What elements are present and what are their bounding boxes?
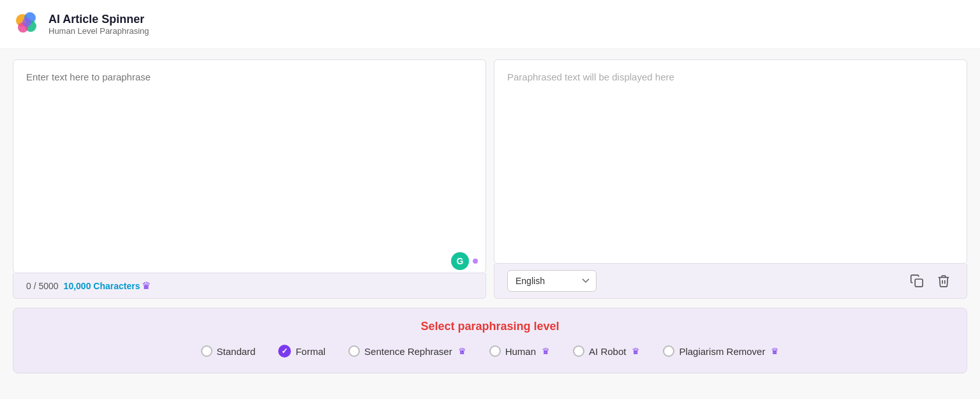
grammarly-bar: G xyxy=(13,250,486,273)
paraphrase-section: Select paraphrasing level Standard Forma… xyxy=(13,308,967,373)
paraphrase-title: Select paraphrasing level xyxy=(33,320,947,333)
crown-sentence-rephraser: ♛ xyxy=(458,346,466,356)
output-panel-wrapper: Paraphrased text will be displayed here … xyxy=(494,59,967,299)
input-panel: G xyxy=(13,59,486,273)
output-panel: Paraphrased text will be displayed here xyxy=(494,59,967,264)
option-plagiarism-remover[interactable]: Plagiarism Remover ♛ xyxy=(663,345,779,357)
radio-ai-robot xyxy=(573,345,584,357)
app-header: AI Article Spinner Human Level Paraphras… xyxy=(0,0,980,49)
output-bottom-bar: English Spanish French German Italian Po… xyxy=(494,264,967,299)
app-subtitle: Human Level Paraphrasing xyxy=(48,26,149,36)
char-count-bar: 0 / 5000 10,000 Characters ♛ xyxy=(13,273,486,299)
upgrade-crown: ♛ xyxy=(142,280,151,292)
option-human[interactable]: Human ♛ xyxy=(489,345,550,357)
logo xyxy=(13,9,48,40)
input-panel-wrapper: G 0 / 5000 10,000 Characters ♛ xyxy=(13,59,486,299)
radio-plagiarism-remover xyxy=(663,345,674,357)
crown-human: ♛ xyxy=(542,346,550,356)
crown-plagiarism-remover: ♛ xyxy=(771,346,779,356)
option-ai-robot[interactable]: AI Robot ♛ xyxy=(573,345,640,357)
main-content: G 0 / 5000 10,000 Characters ♛ Paraphras… xyxy=(0,49,980,373)
label-sentence-rephraser: Sentence Rephraser xyxy=(364,346,452,357)
label-ai-robot: AI Robot xyxy=(589,346,626,357)
crown-ai-robot: ♛ xyxy=(632,346,640,356)
label-human: Human xyxy=(505,346,536,357)
output-text: Paraphrased text will be displayed here xyxy=(494,60,967,263)
editor-row: G 0 / 5000 10,000 Characters ♛ Paraphras… xyxy=(13,59,967,299)
action-icons xyxy=(907,271,954,291)
options-row: Standard Formal Sentence Rephraser ♛ Hum… xyxy=(33,345,947,358)
header-text: AI Article Spinner Human Level Paraphras… xyxy=(48,13,149,36)
copy-button[interactable] xyxy=(907,271,927,291)
input-textarea[interactable] xyxy=(13,60,486,250)
radio-human xyxy=(489,345,501,357)
grammarly-button[interactable]: G xyxy=(451,252,469,270)
label-formal: Formal xyxy=(295,346,325,357)
delete-button[interactable] xyxy=(933,271,954,291)
label-plagiarism-remover: Plagiarism Remover xyxy=(679,346,765,357)
svg-rect-5 xyxy=(915,279,923,287)
language-select[interactable]: English Spanish French German Italian Po… xyxy=(507,270,597,292)
option-standard[interactable]: Standard xyxy=(201,345,256,357)
radio-formal xyxy=(278,345,291,358)
upgrade-link[interactable]: 10,000 Characters xyxy=(64,281,140,291)
app-title: AI Article Spinner xyxy=(48,13,149,27)
radio-sentence-rephraser xyxy=(348,345,360,357)
label-standard: Standard xyxy=(217,346,256,357)
option-formal[interactable]: Formal xyxy=(278,345,325,358)
option-sentence-rephraser[interactable]: Sentence Rephraser ♛ xyxy=(348,345,466,357)
svg-point-4 xyxy=(22,18,31,27)
radio-standard xyxy=(201,345,212,357)
dot-indicator xyxy=(473,259,478,264)
char-count: 0 / 5000 xyxy=(26,281,59,291)
